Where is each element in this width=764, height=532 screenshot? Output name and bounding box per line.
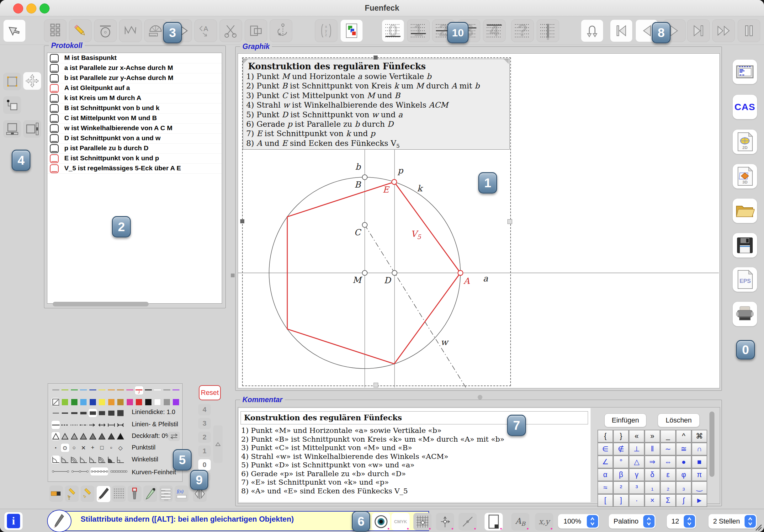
- digits-select[interactable]: 2 Stellen: [708, 514, 757, 529]
- char-button[interactable]: ^: [676, 430, 691, 443]
- char-button[interactable]: ∼: [660, 443, 676, 455]
- style-swatch[interactable]: [107, 398, 115, 406]
- curve-fineness-option[interactable]: [71, 467, 89, 475]
- style-swatch[interactable]: [107, 432, 115, 441]
- selection-handle-bottom[interactable]: [374, 383, 378, 387]
- export-eps-button[interactable]: EPS: [733, 267, 757, 292]
- style-swatch[interactable]: [52, 409, 60, 417]
- hide-level-2[interactable]: 2: [198, 432, 211, 443]
- curve-fineness-option[interactable]: [90, 467, 108, 475]
- protokoll-row[interactable]: A ist Gleitpunkt auf a: [47, 83, 222, 93]
- print-button[interactable]: [733, 302, 757, 326]
- visibility-checkbox[interactable]: [50, 94, 59, 103]
- style-swatch[interactable]: [162, 386, 171, 395]
- char-button[interactable]: ‿: [691, 481, 707, 494]
- protokoll-row[interactable]: M ist Basispunkt: [47, 53, 222, 63]
- hide-tool-button[interactable]: [220, 19, 242, 42]
- protokoll-row[interactable]: k ist Kreis um M durch A: [47, 93, 222, 103]
- char-button[interactable]: «: [629, 430, 645, 443]
- style-swatch[interactable]: [79, 432, 88, 441]
- style-swatch[interactable]: [98, 409, 106, 417]
- char-button[interactable]: ³: [629, 481, 645, 494]
- char-button[interactable]: {: [598, 430, 613, 443]
- style-swatch[interactable]: [89, 386, 97, 395]
- style-swatch[interactable]: [107, 455, 115, 464]
- move-mode-button[interactable]: [23, 72, 41, 90]
- style-swatch[interactable]: [61, 386, 69, 395]
- char-button[interactable]: Σ: [660, 494, 676, 507]
- char-button[interactable]: ■: [691, 455, 707, 468]
- protokoll-row[interactable]: b ist Parallele zur y-Achse durch M: [47, 73, 222, 84]
- style-swatch[interactable]: [98, 398, 106, 406]
- style-swatch[interactable]: ✕: [79, 443, 88, 452]
- char-button[interactable]: φ: [676, 468, 691, 481]
- stepper-icon[interactable]: [643, 515, 655, 528]
- visibility-checkbox[interactable]: [50, 124, 59, 133]
- style-swatch[interactable]: ⊙: [61, 443, 69, 452]
- style-swatch[interactable]: [89, 432, 97, 441]
- style-swatch[interactable]: [116, 398, 125, 406]
- char-button[interactable]: δ: [645, 468, 660, 481]
- style-swatch[interactable]: [116, 432, 125, 441]
- style-swatch[interactable]: [153, 386, 162, 395]
- page-layout-button[interactable]: [484, 513, 503, 530]
- style-swatch[interactable]: [98, 455, 106, 464]
- char-button[interactable]: ⇔: [660, 455, 676, 468]
- swap-attributes-button[interactable]: [168, 432, 180, 441]
- protokoll-row[interactable]: E ist Schnittpunkt von k und p: [47, 153, 222, 164]
- style-swatch[interactable]: [79, 398, 88, 406]
- char-button[interactable]: [: [598, 494, 613, 507]
- preview-eye-button[interactable]: [372, 513, 390, 530]
- hide-level-3[interactable]: 3: [198, 418, 211, 429]
- char-button[interactable]: ₁: [645, 481, 660, 494]
- char-button[interactable]: ≈: [598, 481, 613, 494]
- char-button[interactable]: ⇒: [645, 455, 660, 468]
- zoom-select[interactable]: 100%: [558, 514, 599, 529]
- style-swatch[interactable]: [79, 386, 88, 395]
- style-swatch[interactable]: [79, 409, 88, 417]
- polygon-tool-button[interactable]: [119, 19, 142, 42]
- style-swatch[interactable]: J: [135, 386, 143, 395]
- stepper-icon[interactable]: [684, 515, 695, 528]
- style-swatch[interactable]: [116, 421, 125, 429]
- char-button[interactable]: ₂: [660, 481, 676, 494]
- visibility-level-4[interactable]: 4: [483, 19, 505, 42]
- pipette-tool-button[interactable]: [143, 485, 157, 502]
- style-swatch[interactable]: [107, 386, 115, 395]
- expression-tool-button[interactable]: xyz: [315, 19, 337, 42]
- style-swatch[interactable]: [98, 386, 106, 395]
- label-style-button[interactable]: AB: [511, 513, 529, 530]
- style-swatch[interactable]: [61, 455, 69, 464]
- style-swatch[interactable]: [172, 398, 180, 406]
- char-button[interactable]: ∈: [598, 443, 613, 455]
- protokoll-row[interactable]: a ist Parallele zur x-Achse durch M: [47, 63, 222, 74]
- visibility-level-0[interactable]: 0: [382, 19, 404, 42]
- char-grid-scrollbar[interactable]: [709, 412, 714, 477]
- char-button[interactable]: ×: [645, 494, 660, 507]
- char-button[interactable]: °: [613, 455, 629, 468]
- open-file-button[interactable]: [733, 199, 757, 223]
- char-button[interactable]: ₃: [676, 481, 691, 494]
- char-button[interactable]: ]: [613, 494, 629, 507]
- style-swatch[interactable]: [116, 409, 125, 417]
- point-grid-tool-button[interactable]: [44, 19, 67, 42]
- window-settings-button[interactable]: [733, 60, 757, 84]
- splitter-left-handle[interactable]: [231, 273, 235, 277]
- style-swatch[interactable]: [135, 398, 143, 406]
- construction-textbox[interactable]: Konstruktion des regulären Fünfecks 1) P…: [243, 59, 510, 150]
- delete-button[interactable]: Löschen: [658, 414, 700, 427]
- protokoll-row[interactable]: p ist Parallele zu b durch D: [47, 143, 222, 154]
- replay-pause-button[interactable]: [738, 19, 760, 42]
- insert-button[interactable]: Einfügen: [604, 414, 647, 427]
- style-swatch[interactable]: [107, 409, 115, 417]
- torch-tool-button[interactable]: [128, 485, 141, 502]
- cas-button[interactable]: CAS: [733, 95, 757, 119]
- splitter-bottom-handle[interactable]: [478, 395, 482, 400]
- text-pencil-tool-button[interactable]: T: [65, 485, 79, 502]
- visibility-checkbox[interactable]: [50, 164, 59, 173]
- resize-grip[interactable]: [754, 524, 762, 531]
- style-swatch[interactable]: [144, 398, 152, 406]
- visibility-checkbox[interactable]: [50, 104, 59, 113]
- style-swatch[interactable]: ○: [70, 443, 79, 452]
- style-swatch[interactable]: [125, 398, 134, 406]
